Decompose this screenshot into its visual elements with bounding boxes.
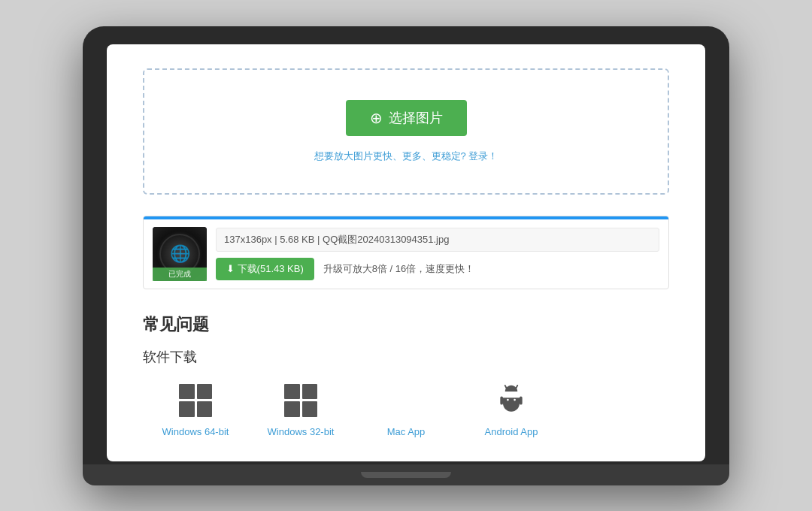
file-meta-col: 137x136px | 5.68 KB | QQ截图20240313094351…: [216, 228, 659, 280]
faq-section: 常见问题 软件下载 Windows 64-bi: [143, 313, 669, 437]
upload-area: ⊕ 选择图片 想要放大图片更快、更多、更稳定? 登录！: [143, 68, 669, 195]
windows-64-label: Windows 64-bit: [162, 426, 229, 437]
select-image-button[interactable]: ⊕ 选择图片: [346, 100, 467, 136]
download-item-android[interactable]: Android App: [459, 381, 564, 437]
svg-point-1: [514, 398, 516, 401]
android-icon: [492, 381, 531, 420]
download-button[interactable]: ⬇ 下载(51.43 KB): [216, 258, 314, 280]
software-download-title: 软件下载: [143, 348, 669, 366]
upgrade-text: 升级可放大8倍 / 16倍，速度更快！: [323, 262, 475, 276]
windows-32-label: Windows 32-bit: [268, 426, 335, 437]
mac-icon: [386, 381, 426, 420]
select-image-label: 选择图片: [389, 109, 443, 127]
windows-64-icon: [176, 381, 215, 420]
svg-point-0: [507, 398, 509, 401]
laptop-base: [83, 464, 729, 485]
screen-content: ⊕ 选择图片 想要放大图片更快、更多、更稳定? 登录！ 已完成: [107, 44, 705, 461]
windows-32-icon: [281, 381, 320, 420]
mac-app-label: Mac App: [387, 426, 426, 437]
download-item-mac[interactable]: Mac App: [353, 381, 459, 437]
laptop-frame: ⊕ 选择图片 想要放大图片更快、更多、更稳定? 登录！ 已完成: [83, 26, 729, 485]
android-app-label: Android App: [485, 426, 538, 437]
android-logo-icon: [495, 384, 528, 417]
file-result-panel: 已完成 137x136px | 5.68 KB | QQ截图2024031309…: [143, 216, 669, 289]
login-prompt[interactable]: 想要放大图片更快、更多、更稳定? 登录！: [159, 150, 653, 163]
laptop-notch: [361, 472, 451, 478]
download-item-win32[interactable]: Windows 32-bit: [248, 381, 353, 437]
download-links: Windows 64-bit Windows 32-bit: [143, 381, 669, 437]
file-info-row: 已完成 137x136px | 5.68 KB | QQ截图2024031309…: [144, 219, 668, 289]
file-actions: ⬇ 下载(51.43 KB) 升级可放大8倍 / 16倍，速度更快！: [216, 258, 659, 280]
laptop-screen: ⊕ 选择图片 想要放大图片更快、更多、更稳定? 登录！ 已完成: [107, 44, 705, 461]
thumbnail-wrapper: 已完成: [153, 227, 207, 281]
download-label: ⬇ 下载(51.43 KB): [226, 262, 304, 276]
completed-badge: 已完成: [153, 268, 207, 281]
svg-line-3: [516, 385, 517, 388]
plus-icon: ⊕: [370, 109, 383, 127]
download-item-win64[interactable]: Windows 64-bit: [143, 381, 248, 437]
file-meta-text: 137x136px | 5.68 KB | QQ截图20240313094351…: [216, 228, 659, 252]
faq-title: 常见问题: [143, 313, 669, 336]
svg-line-2: [505, 385, 507, 388]
